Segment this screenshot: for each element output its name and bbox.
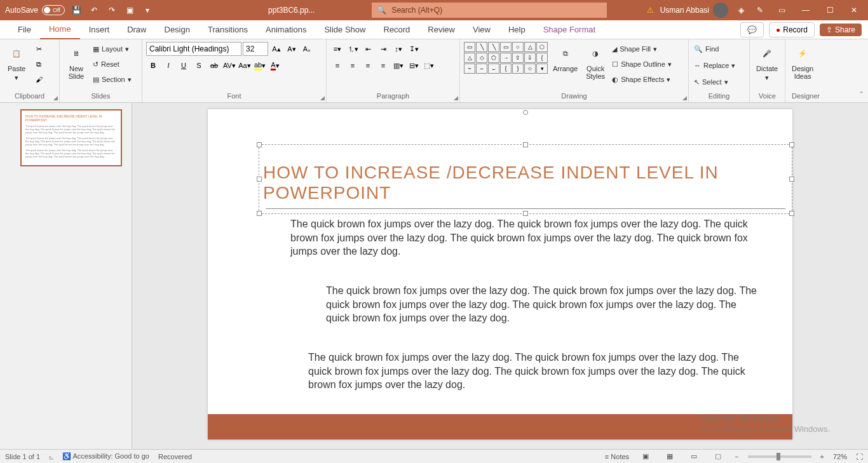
font-color-button[interactable]: A▾ [268, 58, 282, 72]
reset-button[interactable]: ↺ Reset [92, 57, 133, 71]
resize-handle[interactable] [789, 211, 794, 216]
align-right-button[interactable]: ≡ [361, 58, 375, 72]
resize-handle[interactable] [789, 177, 794, 182]
collapse-ribbon-icon[interactable]: ⌃ [858, 90, 864, 98]
resize-handle[interactable] [257, 211, 262, 216]
body-para-3[interactable]: The quick brown fox jumps over the lazy … [308, 351, 750, 392]
font-launcher-icon[interactable]: ◢ [320, 95, 325, 101]
comments-button[interactable]: 💬 [740, 22, 764, 37]
tab-view[interactable]: View [464, 20, 499, 39]
shapes-gallery[interactable]: ▭╲╲▭○△⬡ △◇⬠→⇧⇩{ ~⌢⌣{}☆▾ [464, 42, 548, 74]
autosave-toggle[interactable]: AutoSave Off [5, 5, 65, 15]
paragraph-launcher-icon[interactable]: ◢ [454, 95, 458, 101]
resize-handle[interactable] [789, 142, 794, 147]
shape-effects-button[interactable]: ◐ Shape Effects ▾ [611, 72, 673, 86]
minimize-icon[interactable]: — [797, 4, 815, 17]
numbering-button[interactable]: ⒈▾ [346, 42, 360, 56]
tab-file[interactable]: File [9, 20, 40, 39]
select-button[interactable]: ↖ Select ▾ [693, 75, 729, 89]
body-para-1[interactable]: The quick brown fox jumps over the lazy … [290, 217, 748, 258]
tab-home[interactable]: Home [40, 20, 80, 39]
bullets-button[interactable]: ≡▾ [330, 42, 344, 56]
cut-button[interactable]: ✂ [32, 42, 46, 56]
resize-handle[interactable] [523, 211, 528, 216]
save-icon[interactable]: 💾 [70, 4, 83, 17]
text-direction-button[interactable]: ↧▾ [407, 42, 421, 56]
drawing-launcher-icon[interactable]: ◢ [682, 95, 687, 101]
smartart-button[interactable]: ⬚▾ [422, 58, 436, 72]
shadow-button[interactable]: S [192, 58, 206, 72]
font-size-select[interactable] [243, 42, 268, 56]
tab-animations[interactable]: Animations [257, 20, 315, 39]
record-button[interactable]: ●Record [769, 22, 815, 37]
increase-indent-button[interactable]: ⇥ [376, 42, 390, 56]
zoom-out-button[interactable]: − [735, 453, 738, 460]
zoom-slider[interactable] [748, 455, 811, 458]
tab-record[interactable]: Record [374, 20, 419, 39]
copy-button[interactable]: ⧉ [32, 57, 46, 71]
bold-button[interactable]: B [146, 58, 160, 72]
close-icon[interactable]: ✕ [845, 4, 863, 17]
resize-handle[interactable] [523, 142, 528, 147]
sorter-view-icon[interactable]: ▦ [662, 451, 677, 462]
line-spacing-button[interactable]: ↕▾ [391, 42, 405, 56]
resize-handle[interactable] [257, 177, 262, 182]
paste-button[interactable]: 📋Paste▾ [4, 42, 29, 83]
strike-button[interactable]: ab [207, 58, 221, 72]
undo-icon[interactable]: ↶ [88, 4, 100, 17]
tab-review[interactable]: Review [419, 20, 464, 39]
dictate-button[interactable]: 🎤Dictate▾ [754, 42, 780, 83]
clear-format-button[interactable]: Aₓ [300, 42, 314, 56]
zoom-in-button[interactable]: + [820, 453, 824, 460]
reading-view-icon[interactable]: ▭ [686, 451, 702, 462]
fit-to-window-icon[interactable]: ⛶ [856, 453, 863, 460]
shape-outline-button[interactable]: ☐ Shape Outline ▾ [611, 57, 673, 71]
tab-slideshow[interactable]: Slide Show [315, 20, 374, 39]
spell-check-icon[interactable]: ⎁ [49, 453, 53, 460]
format-painter-button[interactable]: 🖌 [32, 72, 46, 86]
qat-more-icon[interactable]: ▾ [141, 4, 154, 17]
layout-button[interactable]: ▦ Layout ▾ [92, 42, 133, 56]
design-ideas-button[interactable]: ⚡Design Ideas [789, 42, 816, 81]
notes-button[interactable]: ≡ Notes [605, 453, 629, 460]
new-slide-button[interactable]: 🗎New Slide [64, 42, 89, 81]
tab-transitions[interactable]: Transitions [199, 20, 257, 39]
slide-title-text[interactable]: HOW TO INCREASE /DECREASE INDENT LEVEL I… [259, 145, 792, 203]
section-button[interactable]: ▤ Section ▾ [92, 72, 133, 86]
justify-button[interactable]: ≡ [376, 58, 390, 72]
tab-draw[interactable]: Draw [118, 20, 155, 39]
find-button[interactable]: 🔍 Find [693, 42, 720, 56]
thumbnail-pane[interactable]: 1 HOW TO INCREASE /DECREASE INDENT LEVEL… [0, 103, 132, 449]
quick-styles-button[interactable]: ◑Quick Styles [583, 42, 608, 81]
tab-shapeformat[interactable]: Shape Format [534, 20, 604, 39]
vertical-scrollbar[interactable] [858, 103, 867, 449]
highlight-button[interactable]: ab▾ [253, 58, 267, 72]
diamond-icon[interactable]: ◈ [735, 4, 747, 17]
body-para-2[interactable]: The quick brown fox jumps over the lazy … [326, 284, 758, 325]
align-center-button[interactable]: ≡ [346, 58, 360, 72]
title-placeholder[interactable]: HOW TO INCREASE /DECREASE INDENT LEVEL I… [259, 144, 792, 214]
rotate-handle[interactable] [523, 110, 528, 115]
maximize-icon[interactable]: ☐ [821, 4, 839, 17]
resize-handle[interactable] [257, 142, 262, 147]
share-button[interactable]: ⇪Share [820, 23, 862, 36]
font-name-select[interactable] [146, 42, 241, 56]
accessibility-status[interactable]: ♿ Accessibility: Good to go [62, 452, 149, 460]
ribbon-display-icon[interactable]: ▭ [773, 4, 790, 17]
tab-help[interactable]: Help [499, 20, 534, 39]
slide-canvas[interactable]: HOW TO INCREASE /DECREASE INDENT LEVEL I… [208, 109, 792, 440]
decrease-font-button[interactable]: A▾ [285, 42, 299, 56]
align-text-button[interactable]: ⊟▾ [407, 58, 421, 72]
decrease-indent-button[interactable]: ⇤ [361, 42, 375, 56]
arrange-button[interactable]: ⧉Arrange [550, 42, 580, 74]
normal-view-icon[interactable]: ▣ [638, 451, 653, 462]
shape-fill-button[interactable]: ◢ Shape Fill ▾ [611, 42, 673, 56]
slide-thumbnail[interactable]: HOW TO INCREASE /DECREASE INDENT LEVEL I… [20, 109, 122, 166]
underline-button[interactable]: U [177, 58, 191, 72]
user-account[interactable]: Usman Abbasi [660, 3, 728, 18]
slideshow-view-icon[interactable]: ▢ [710, 451, 726, 462]
zoom-level[interactable]: 72% [833, 453, 847, 460]
present-icon[interactable]: ▣ [123, 4, 136, 17]
italic-button[interactable]: I [161, 58, 175, 72]
slide-counter[interactable]: Slide 1 of 1 [5, 453, 40, 460]
